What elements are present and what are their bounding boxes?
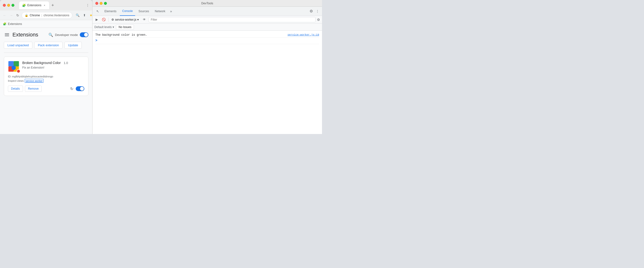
breadcrumb-icon: 🧩 — [3, 22, 6, 26]
extension-error-badge — [16, 69, 20, 73]
filter-input[interactable] — [148, 17, 316, 22]
source-file-label: service-worker.js — [115, 18, 136, 21]
extensions-tab[interactable]: 🧩 Extensions × — [19, 2, 49, 9]
extension-version: 1.0 — [64, 61, 68, 65]
extension-card: Broken Background Color 1.0 Fix an Exten… — [4, 57, 88, 96]
maximize-button[interactable] — [12, 4, 14, 7]
console-output: The background color is green. service-w… — [92, 31, 322, 134]
tab-menu-button[interactable]: ⋮ — [86, 3, 89, 7]
extensions-content: Extensions 🔍 Developer mode Load unpacke… — [0, 28, 92, 134]
title-bar: 🧩 Extensions × + ⋮ — [0, 0, 92, 11]
devtools-tabs: ↖ Elements Console Sources Network » ⚙ ⋮ — [92, 7, 322, 16]
devtools-settings-button[interactable]: ⚙ — [308, 8, 314, 14]
page-title: Extensions — [12, 32, 38, 38]
eye-button[interactable]: 👁 — [142, 17, 147, 22]
tab-close-button[interactable]: × — [43, 4, 46, 7]
breadcrumb-label: Extensions — [8, 22, 22, 26]
pack-extension-button[interactable]: Pack extension — [34, 42, 62, 49]
devtools-minimize-button[interactable] — [100, 2, 102, 5]
extension-icon-area — [8, 61, 20, 72]
svg-rect-0 — [8, 61, 14, 66]
refresh-button[interactable]: ↻ — [15, 13, 20, 18]
tab-elements[interactable]: Elements — [102, 7, 119, 16]
hamburger-menu-button[interactable] — [4, 32, 10, 37]
tab-console[interactable]: Console — [120, 7, 135, 16]
tab-bar: 🧩 Extensions × + ⋮ — [19, 2, 89, 9]
back-button[interactable]: ← — [2, 13, 7, 18]
extension-top: Broken Background Color 1.0 Fix an Exten… — [8, 61, 84, 72]
console-settings-button[interactable]: ⚙ — [317, 18, 320, 22]
service-worker-link[interactable]: service worker — [25, 79, 44, 83]
extension-description: Fix an Extension! — [22, 66, 84, 69]
source-icon: ⚙ — [112, 18, 114, 21]
breadcrumb: 🧩 Extensions — [0, 20, 92, 28]
clear-console-button[interactable]: ▶ — [94, 17, 99, 22]
svg-rect-1 — [14, 61, 19, 66]
no-issues-badge[interactable]: No Issues — [116, 25, 134, 30]
tab-network[interactable]: Network — [152, 7, 168, 16]
default-levels-button[interactable]: Default levels ▾ — [94, 26, 114, 29]
extension-name: Broken Background Color — [22, 61, 60, 65]
close-button[interactable] — [3, 4, 6, 7]
extension-info: Broken Background Color 1.0 Fix an Exten… — [22, 61, 84, 72]
ham-line-1 — [5, 33, 9, 34]
forward-button[interactable]: → — [8, 13, 14, 18]
url-secure-icon: 🔒 — [25, 14, 28, 17]
address-bar: ← → ↻ 🔒 Chrome | chrome://extensions 🔍 ⬆… — [0, 11, 92, 20]
console-source-link[interactable]: service-worker.js:19 — [288, 33, 319, 36]
extension-enable-toggle[interactable] — [76, 86, 84, 91]
levels-dropdown-icon: ▾ — [112, 26, 114, 29]
inspect-label: Inspect views — [8, 79, 24, 82]
toolbar-icons: 🔍 ⬆ ★ 🧩 📌 ▭ 👤 ⋮ — [75, 13, 92, 18]
url-separator: | — [42, 14, 42, 17]
reload-extension-button[interactable]: ↻ — [70, 87, 73, 91]
levels-label: Default levels — [94, 26, 112, 29]
devtools-traffic-lights — [95, 2, 107, 5]
search-button[interactable]: 🔍 — [48, 33, 53, 37]
new-tab-button[interactable]: + — [50, 3, 56, 8]
devtools-title: DevTools — [201, 2, 213, 5]
extensions-title-area: Extensions — [4, 32, 38, 38]
source-selector[interactable]: ⚙ service-worker.js ▾ — [110, 17, 140, 22]
devtools-close-button[interactable] — [95, 2, 98, 5]
extension-id: ID: mgfbhjnibhjdehcphiocaoiediidmngo — [8, 75, 84, 78]
devtools-maximize-button[interactable] — [104, 2, 107, 5]
developer-mode-toggle[interactable] — [80, 32, 88, 37]
ham-line-2 — [5, 35, 9, 35]
load-unpacked-button[interactable]: Load unpacked — [4, 42, 32, 49]
toolbar-divider — [108, 18, 108, 22]
chrome-window: 🧩 Extensions × + ⋮ ← → ↻ 🔒 Chrome | chro… — [0, 0, 92, 134]
zoom-icon[interactable]: 🔍 — [75, 13, 80, 18]
extension-actions: Details Remove ↻ — [8, 86, 84, 92]
action-buttons: Load unpacked Pack extension Update — [4, 42, 88, 53]
tab-sources[interactable]: Sources — [136, 7, 152, 16]
console-prompt[interactable]: > — [95, 38, 97, 43]
puzzle-tab-icon: 🧩 — [22, 4, 26, 7]
update-button[interactable]: Update — [64, 42, 82, 49]
inspector-cursor-button[interactable]: ↖ — [94, 8, 101, 15]
more-tabs-button[interactable]: » — [169, 9, 174, 14]
console-log-line: The background color is green. service-w… — [95, 33, 319, 38]
tab-label: Extensions — [27, 4, 42, 7]
details-button[interactable]: Details — [8, 86, 23, 92]
devtools-titlebar-inner: DevTools — [92, 0, 322, 7]
bookmark-icon[interactable]: ★ — [88, 13, 92, 18]
levels-bar: Default levels ▾ No Issues — [92, 24, 322, 31]
devtools-panel: DevTools ↖ Elements Console Sources Netw… — [92, 0, 322, 134]
remove-button[interactable]: Remove — [25, 86, 42, 92]
extensions-header: Extensions 🔍 Developer mode — [4, 32, 88, 38]
dev-mode-label: Developer mode — [55, 33, 78, 37]
extension-right-controls: ↻ — [70, 86, 84, 91]
inspect-views: Inspect views service worker — [8, 79, 84, 83]
ham-line-3 — [5, 36, 9, 36]
url-bar[interactable]: 🔒 Chrome | chrome://extensions — [22, 12, 72, 19]
share-icon[interactable]: ⬆ — [82, 13, 87, 18]
no-entry-button[interactable]: 🚫 — [100, 17, 107, 22]
console-prompt-line: > — [95, 38, 319, 44]
url-chrome-label: Chrome — [30, 14, 40, 17]
minimize-button[interactable] — [7, 4, 10, 7]
devtools-menu-button[interactable]: ⋮ — [315, 9, 320, 14]
traffic-lights — [3, 4, 14, 7]
devtools-titlebar: DevTools — [92, 0, 322, 7]
dev-mode-area: 🔍 Developer mode — [48, 32, 88, 37]
